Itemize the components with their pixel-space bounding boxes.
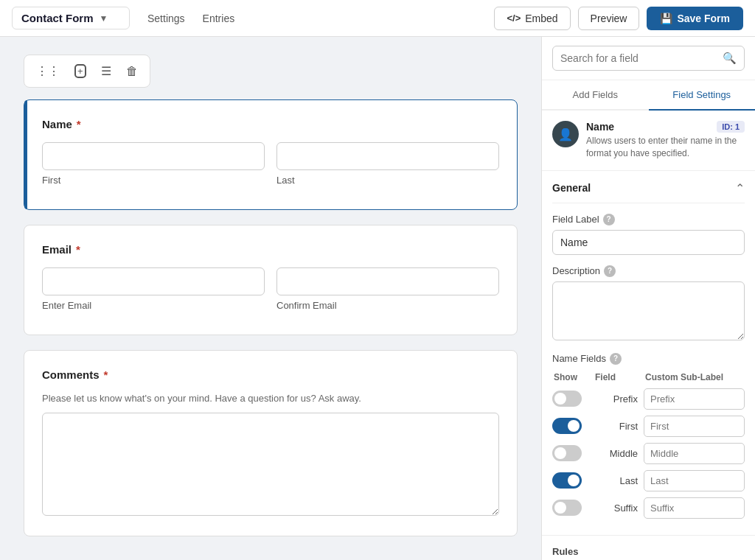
suffix-label: Suffix — [594, 503, 638, 514]
form-title-dropdown[interactable]: Contact Form ▼ — [12, 7, 130, 29]
comments-field-card: Comments * Please let us know what's on … — [24, 350, 518, 536]
form-title-text: Contact Form — [21, 12, 94, 24]
nav-entries[interactable]: Entries — [203, 10, 235, 27]
tab-add-fields[interactable]: Add Fields — [542, 80, 649, 109]
enter-email-input[interactable] — [42, 267, 265, 295]
confirm-email-sublabel: Confirm Email — [276, 300, 499, 311]
search-input[interactable] — [560, 52, 717, 64]
settings-field-button[interactable]: ☰ — [95, 60, 117, 83]
email-field-row: Enter Email Confirm Email — [42, 267, 499, 311]
field-label-label: Field Label ? — [552, 214, 745, 225]
tab-field-settings[interactable]: Field Settings — [649, 80, 756, 111]
drag-handle-button[interactable]: ⋮⋮ — [30, 60, 66, 83]
field-label-help-icon[interactable]: ? — [603, 214, 615, 225]
add-field-button[interactable]: + — [69, 60, 92, 83]
suffix-custom-input[interactable] — [644, 497, 745, 519]
email-field-card: Email * Enter Email Confirm Email — [24, 225, 518, 335]
field-label-input[interactable] — [552, 230, 745, 255]
name-fields-header: Show Field Custom Sub-Label — [552, 372, 745, 382]
field-info-description: Allows users to enter their name in the … — [586, 135, 745, 160]
name-fields-help-icon[interactable]: ? — [610, 353, 622, 365]
person-icon: 👤 — [558, 127, 573, 141]
first-name-group: First — [42, 142, 265, 186]
first-name-input[interactable] — [42, 142, 265, 170]
prefix-custom-input[interactable] — [644, 388, 745, 410]
delete-field-button[interactable]: 🗑 — [120, 60, 144, 83]
confirm-email-group: Confirm Email — [276, 267, 499, 311]
embed-button[interactable]: </> Embed — [494, 7, 570, 30]
description-setting: Description ? — [552, 265, 745, 343]
name-field-row-middle: ✕ Middle — [552, 443, 745, 464]
comments-textarea[interactable] — [42, 413, 499, 516]
rules-label: Rules — [552, 546, 745, 557]
add-icon: + — [74, 64, 86, 78]
enter-email-group: Enter Email — [42, 267, 265, 311]
active-indicator — [24, 100, 27, 209]
form-canvas: ⋮⋮ + ☰ 🗑 Name * First — [0, 37, 541, 560]
field-id-badge: ID: 1 — [717, 121, 745, 133]
general-section-title: General — [552, 182, 591, 194]
trash-icon: 🗑 — [126, 65, 138, 78]
prefix-label: Prefix — [594, 393, 638, 405]
search-wrap: 🔍 — [542, 37, 755, 80]
preview-button[interactable]: Preview — [578, 7, 640, 30]
name-field-row: First Last — [42, 142, 499, 186]
field-info-name: Name — [586, 121, 614, 133]
embed-code-icon: </> — [507, 13, 521, 24]
comments-required-star: * — [104, 368, 108, 381]
field-info-text: Name ID: 1 Allows users to enter their n… — [586, 121, 745, 160]
field-type-icon: 👤 — [552, 121, 579, 147]
name-fields-label-row: Name Fields ? — [552, 353, 745, 365]
panel-tabs: Add Fields Field Settings — [542, 80, 755, 111]
comments-field-title: Comments * — [42, 368, 499, 381]
last-name-group: Last — [276, 142, 499, 186]
description-label: Description ? — [552, 265, 745, 277]
middle-toggle[interactable]: ✕ — [552, 445, 582, 461]
name-field-row-first: ✓ First — [552, 416, 745, 437]
search-box: 🔍 — [552, 46, 745, 71]
first-toggle[interactable]: ✓ — [552, 418, 582, 434]
save-form-button[interactable]: 💾 Save Form — [647, 7, 743, 30]
prefix-toggle[interactable]: ✕ — [552, 391, 582, 407]
last-toggle[interactable]: ✓ — [552, 472, 582, 489]
email-required-star: * — [76, 243, 80, 256]
rules-section: Rules ✓ Required ? — [542, 535, 755, 560]
name-field-card: Name * First Last — [24, 99, 518, 210]
enter-email-sublabel: Enter Email — [42, 300, 265, 311]
last-custom-input[interactable] — [644, 470, 745, 491]
confirm-email-input[interactable] — [276, 267, 499, 295]
last-sublabel: Last — [276, 175, 499, 186]
right-panel: 🔍 Add Fields Field Settings 👤 Name ID: 1… — [541, 37, 755, 560]
name-fields-section: Name Fields ? Show Field Custom Sub-Labe… — [542, 353, 755, 535]
suffix-toggle[interactable]: ✕ — [552, 500, 582, 516]
middle-custom-input[interactable] — [644, 443, 745, 464]
field-label-setting: Field Label ? — [552, 214, 745, 255]
description-help-icon[interactable]: ? — [604, 265, 616, 277]
first-sublabel: First — [42, 175, 265, 186]
general-section: General ⌃ Field Label ? Description ? — [542, 171, 755, 353]
topbar-actions: </> Embed Preview 💾 Save Form — [494, 7, 743, 30]
top-nav: Settings Entries — [147, 10, 234, 27]
last-label: Last — [594, 475, 638, 486]
name-field-row-suffix: ✕ Suffix — [552, 497, 745, 519]
search-icon: 🔍 — [723, 52, 737, 65]
field-toolbar: ⋮⋮ + ☰ 🗑 — [24, 55, 150, 88]
description-textarea[interactable] — [552, 281, 745, 340]
required-star: * — [77, 118, 81, 130]
main-layout: ⋮⋮ + ☰ 🗑 Name * First — [0, 37, 755, 560]
drag-icon: ⋮⋮ — [36, 64, 60, 78]
general-section-header[interactable]: General ⌃ — [552, 171, 745, 203]
comments-description: Please let us know what's on your mind. … — [42, 393, 499, 404]
name-field-title: Name * — [42, 118, 499, 130]
first-custom-input[interactable] — [644, 416, 745, 437]
topbar: Contact Form ▼ Settings Entries </> Embe… — [0, 0, 755, 37]
save-icon: 💾 — [660, 13, 672, 24]
field-info-block: 👤 Name ID: 1 Allows users to enter their… — [542, 111, 755, 171]
email-field-title: Email * — [42, 243, 499, 256]
first-label: First — [594, 421, 638, 432]
last-name-input[interactable] — [276, 142, 499, 170]
nav-settings[interactable]: Settings — [147, 10, 185, 27]
name-field-row-last: ✓ Last — [552, 470, 745, 491]
chevron-down-icon: ▼ — [100, 13, 108, 24]
name-field-row-prefix: ✕ Prefix — [552, 388, 745, 410]
